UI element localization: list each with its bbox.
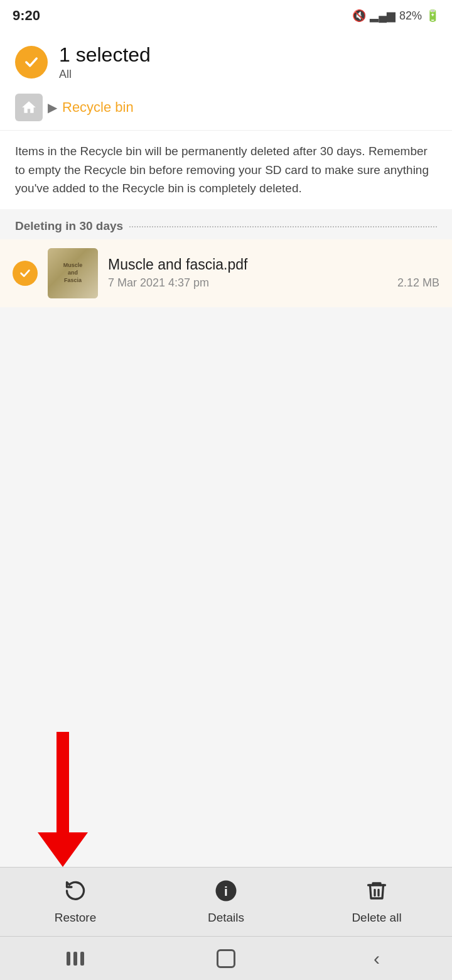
content-spacer <box>0 307 452 691</box>
restore-icon <box>64 879 87 907</box>
selection-header: 1 selected All <box>0 31 452 87</box>
battery-text: 82% <box>399 9 422 23</box>
select-all-checkbox[interactable] <box>15 46 48 79</box>
file-date: 7 Mar 2021 4:37 pm <box>108 276 209 290</box>
section-header: Deleting in 30 days <box>0 209 452 239</box>
delete-all-icon <box>365 879 388 907</box>
breadcrumb-arrow-icon: ▶ <box>48 100 57 115</box>
section-divider <box>129 226 437 227</box>
file-meta: 7 Mar 2021 4:37 pm 2.12 MB <box>108 276 439 290</box>
nav-menu-button[interactable] <box>0 952 151 966</box>
delete-all-label: Delete all <box>352 911 401 925</box>
svg-text:i: i <box>224 883 228 898</box>
file-size: 2.12 MB <box>397 276 439 290</box>
restore-label: Restore <box>55 911 97 925</box>
nav-home-button[interactable] <box>151 949 301 968</box>
file-thumbnail: MuscleandFascia <box>48 248 98 298</box>
restore-button[interactable]: Restore <box>0 879 151 925</box>
nav-bar: ‹ <box>0 936 452 980</box>
signal-icon: ▂▄▆ <box>370 9 396 23</box>
details-button[interactable]: i Details <box>151 879 301 925</box>
info-description: Items in the Recycle bin will be permane… <box>0 130 452 209</box>
battery-icon: 🔋 <box>426 9 439 23</box>
details-icon: i <box>215 879 237 907</box>
selected-count-label: 1 selected <box>59 43 151 67</box>
details-label: Details <box>208 911 244 925</box>
status-icons: 🔇 ▂▄▆ 82% 🔋 <box>352 9 439 23</box>
home-icon[interactable] <box>15 94 43 121</box>
recycle-bin-breadcrumb[interactable]: Recycle bin <box>62 99 134 116</box>
file-name: Muscle and fascia.pdf <box>108 256 439 273</box>
arrow-annotation <box>0 691 452 867</box>
bottom-toolbar: Restore i Details Delete all <box>0 867 452 936</box>
mute-icon: 🔇 <box>352 9 366 23</box>
breadcrumb: ▶ Recycle bin <box>0 87 452 130</box>
status-time: 9:20 <box>13 8 40 24</box>
menu-icon <box>67 952 84 966</box>
back-icon: ‹ <box>374 948 380 969</box>
section-title-label: Deleting in 30 days <box>15 219 123 233</box>
status-bar: 9:20 🔇 ▂▄▆ 82% 🔋 <box>0 0 452 31</box>
down-arrow <box>38 732 88 867</box>
nav-back-button[interactable]: ‹ <box>301 948 452 969</box>
file-checkbox[interactable] <box>13 261 38 286</box>
delete-all-button[interactable]: Delete all <box>301 879 452 925</box>
file-list-item[interactable]: MuscleandFascia Muscle and fascia.pdf 7 … <box>0 239 452 307</box>
home-nav-icon <box>217 949 235 968</box>
all-label: All <box>59 68 151 81</box>
